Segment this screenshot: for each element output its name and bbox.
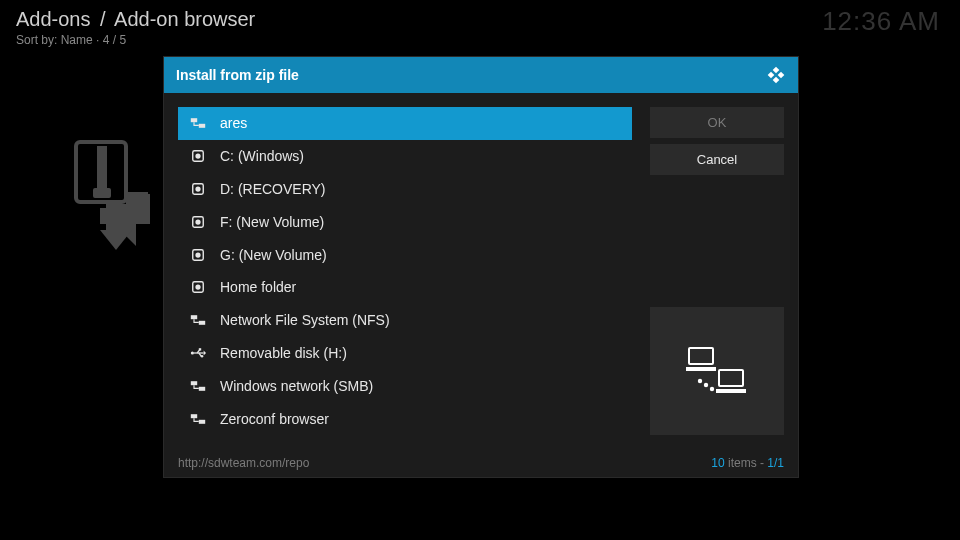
hard-drive-icon (190, 279, 206, 295)
cancel-button[interactable]: Cancel (650, 144, 784, 175)
file-row-label: Network File System (NFS) (220, 312, 390, 328)
svg-rect-28 (690, 349, 712, 363)
svg-point-33 (698, 379, 702, 383)
file-row-label: C: (Windows) (220, 148, 304, 164)
network-share-icon (190, 115, 206, 131)
sort-prefix: Sort by: (16, 33, 61, 47)
svg-rect-2 (93, 188, 111, 198)
file-row-label: Home folder (220, 279, 296, 295)
breadcrumb-sep: / (100, 8, 106, 30)
hard-drive-icon (190, 214, 206, 230)
footer-path: http://sdwteam.com/repo (178, 456, 309, 470)
svg-rect-18 (199, 321, 205, 325)
svg-rect-26 (199, 419, 205, 423)
file-row[interactable]: Windows network (SMB) (178, 369, 632, 402)
sort-line: Sort by: Name · 4 / 5 (16, 33, 255, 47)
svg-point-8 (195, 154, 200, 159)
file-row[interactable]: Removable disk (H:) (178, 337, 632, 370)
install-from-zip-dialog: Install from zip file aresC: (Windows)D:… (163, 56, 799, 478)
network-computers-icon (682, 341, 752, 401)
svg-point-34 (704, 383, 708, 387)
svg-point-16 (195, 285, 200, 290)
zip-download-icon (70, 138, 156, 250)
hard-drive-icon (190, 148, 206, 164)
svg-rect-5 (191, 119, 197, 123)
file-row[interactable]: F: (New Volume) (178, 205, 632, 238)
svg-rect-17 (191, 315, 197, 319)
file-row-label: Removable disk (H:) (220, 345, 347, 361)
svg-rect-3 (106, 204, 126, 230)
svg-rect-23 (191, 381, 197, 385)
svg-point-12 (195, 219, 200, 224)
dialog-title: Install from zip file (176, 67, 299, 83)
file-row[interactable]: Network File System (NFS) (178, 304, 632, 337)
network-share-icon (190, 378, 206, 394)
file-row[interactable]: C: (Windows) (178, 140, 632, 173)
svg-rect-32 (716, 389, 746, 393)
svg-rect-31 (720, 371, 742, 385)
svg-rect-1 (97, 146, 107, 188)
network-share-icon (190, 411, 206, 427)
file-row[interactable]: Zeroconf browser (178, 402, 632, 435)
file-row-label: F: (New Volume) (220, 214, 324, 230)
file-row-label: G: (New Volume) (220, 247, 327, 263)
file-row-label: ares (220, 115, 247, 131)
location-thumbnail (650, 307, 784, 435)
network-share-icon (190, 312, 206, 328)
svg-rect-24 (199, 387, 205, 391)
breadcrumb: Add-ons / Add-on browser (16, 8, 255, 31)
clock: 12:36 AM (822, 6, 940, 37)
svg-point-22 (201, 355, 204, 358)
svg-rect-4 (126, 192, 148, 212)
file-row-label: D: (RECOVERY) (220, 181, 326, 197)
svg-point-10 (195, 186, 200, 191)
dialog-title-bar: Install from zip file (164, 57, 798, 93)
usb-icon (190, 345, 206, 361)
sort-sep: · (93, 33, 103, 47)
file-row[interactable]: D: (RECOVERY) (178, 173, 632, 206)
svg-rect-21 (199, 348, 201, 350)
sort-value: Name (61, 33, 93, 47)
file-row[interactable]: Home folder (178, 271, 632, 304)
hard-drive-icon (190, 247, 206, 263)
ok-button[interactable]: OK (650, 107, 784, 138)
file-row-label: Windows network (SMB) (220, 378, 373, 394)
file-row[interactable]: G: (New Volume) (178, 238, 632, 271)
breadcrumb-part2: Add-on browser (114, 8, 255, 30)
footer-count: 10 items - 1/1 (711, 456, 784, 470)
file-row[interactable]: ares (178, 107, 632, 140)
svg-rect-25 (191, 414, 197, 418)
svg-rect-6 (199, 124, 205, 128)
breadcrumb-part1: Add-ons (16, 8, 91, 30)
kodi-logo-icon (766, 65, 786, 85)
file-list[interactable]: aresC: (Windows)D: (RECOVERY)F: (New Vol… (178, 107, 632, 435)
svg-rect-29 (686, 367, 716, 371)
file-row-label: Zeroconf browser (220, 411, 329, 427)
sort-page: 4 / 5 (103, 33, 126, 47)
svg-point-19 (191, 351, 194, 354)
svg-point-35 (710, 387, 714, 391)
hard-drive-icon (190, 181, 206, 197)
svg-point-14 (195, 252, 200, 257)
